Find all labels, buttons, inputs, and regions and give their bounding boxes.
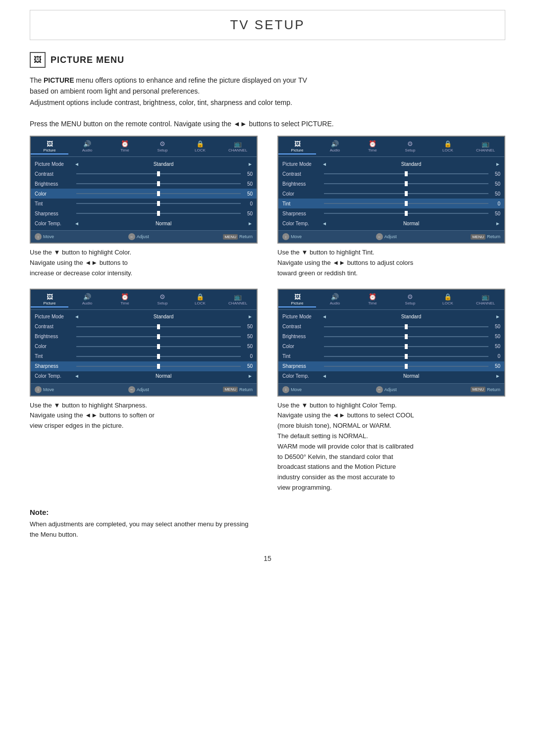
row-tint-1: Tint 0	[31, 199, 257, 208]
adjust-icon-3: ↔	[128, 386, 135, 393]
row-tint-4: Tint 0	[278, 352, 504, 361]
nav-channel-3: 📺 CHANNEL	[219, 292, 257, 307]
row-picture-mode-2: Picture Mode ◄ Standard ►	[278, 159, 504, 169]
top-panels: 🖼 Picture 🔊 Audio ⏰ Time ⚙ Setup 🔒	[30, 136, 505, 278]
row-brightness-2: Brightness 50	[278, 179, 504, 189]
menu-box-2: 🖼 Picture 🔊 Audio ⏰ Time ⚙ Setup 🔒	[277, 136, 505, 244]
nav-picture-2: 🖼 Picture	[278, 139, 316, 154]
footer-move-1: ↕ Move	[35, 233, 54, 240]
footer-adjust-4: ↔ Adjust	[376, 386, 397, 393]
menu-rows-2: Picture Mode ◄ Standard ► Contrast 50 Br…	[278, 157, 504, 230]
menu-rows-1: Picture Mode ◄ Standard ► Contrast 50 Br…	[31, 157, 257, 230]
note-section: Note: When adjustments are completed, yo…	[30, 508, 505, 540]
menu-footer-2: ↕ Move ↔ Adjust MENU Return	[278, 230, 504, 243]
nav-setup-3: ⚙ Setup	[144, 292, 181, 307]
footer-return-1: MENU Return	[223, 233, 253, 240]
nav-setup-4: ⚙ Setup	[391, 292, 429, 307]
row-color-4: Color 50	[278, 342, 504, 352]
nav-channel-2: 📺 CHANNEL	[467, 139, 504, 154]
picture-icon: 🖼	[30, 52, 46, 68]
row-color-2: Color 50	[278, 189, 504, 199]
nav-audio-3: 🔊 Audio	[68, 292, 106, 307]
bottom-panels: 🖼 Picture 🔊 Audio ⏰ Time ⚙ Setup 🔒	[30, 289, 505, 493]
row-contrast-1: Contrast 50	[31, 169, 257, 179]
footer-move-3: ↕ Move	[35, 386, 54, 393]
nav-time-2: ⏰ Time	[354, 139, 391, 154]
menu-nav-4: 🖼 Picture 🔊 Audio ⏰ Time ⚙ Setup 🔒	[278, 290, 504, 310]
nav-lock-2: 🔒 LOCK	[429, 139, 467, 154]
menu-nav-2: 🖼 Picture 🔊 Audio ⏰ Time ⚙ Setup 🔒	[278, 137, 504, 157]
nav-audio-4: 🔊 Audio	[316, 292, 354, 307]
page-number: 15	[30, 554, 505, 562]
move-icon-2: ↕	[282, 233, 289, 240]
menu-footer-4: ↕ Move ↔ Adjust MENU Return	[278, 383, 504, 396]
intro-line2: based on ambient room light and personal…	[30, 87, 200, 95]
nav-setup-1: ⚙ Setup	[144, 139, 181, 154]
row-tint-2: Tint 0	[278, 199, 504, 208]
intro-line1-pre: The	[30, 76, 44, 84]
footer-move-4: ↕ Move	[282, 386, 302, 393]
row-sharpness-3: Sharpness 50	[31, 361, 257, 371]
nav-channel-4: 📺 CHANNEL	[467, 292, 504, 307]
nav-picture-1: 🖼 Picture	[31, 139, 68, 154]
footer-adjust-1: ↔ Adjust	[128, 233, 149, 240]
caption-1: Use the ▼ button to highlight Color. Nav…	[30, 248, 258, 278]
row-picture-mode-4: Picture Mode ◄ Standard ►	[278, 312, 504, 322]
row-colortemp-4: Color Temp. ◄ Normal ►	[278, 371, 504, 381]
row-color-3: Color 50	[31, 342, 257, 352]
footer-return-3: MENU Return	[223, 386, 253, 393]
panel3: 🖼 Picture 🔊 Audio ⏰ Time ⚙ Setup 🔒	[30, 289, 258, 493]
row-colortemp-2: Color Temp. ◄ Normal ►	[278, 218, 504, 228]
footer-adjust-2: ↔ Adjust	[376, 233, 397, 240]
press-instruction: Press the MENU button on the remote cont…	[30, 120, 505, 128]
panel2: 🖼 Picture 🔊 Audio ⏰ Time ⚙ Setup 🔒	[277, 136, 505, 278]
footer-return-2: MENU Return	[471, 233, 500, 240]
row-brightness-1: Brightness 50	[31, 179, 257, 189]
menu-box-4: 🖼 Picture 🔊 Audio ⏰ Time ⚙ Setup 🔒	[277, 289, 505, 397]
nav-time-4: ⏰ Time	[354, 292, 391, 307]
move-icon-4: ↕	[282, 386, 289, 393]
footer-return-4: MENU Return	[471, 386, 500, 393]
move-icon-1: ↕	[35, 233, 42, 240]
row-sharpness-2: Sharpness 50	[278, 208, 504, 218]
nav-lock-1: 🔒 LOCK	[181, 139, 219, 154]
menu-box-3: 🖼 Picture 🔊 Audio ⏰ Time ⚙ Setup 🔒	[30, 289, 258, 397]
intro-text: The PICTURE menu offers options to enhan…	[30, 75, 505, 108]
row-brightness-4: Brightness 50	[278, 332, 504, 342]
nav-time-3: ⏰ Time	[106, 292, 144, 307]
nav-picture-4: 🖼 Picture	[278, 292, 316, 307]
row-sharpness-1: Sharpness 50	[31, 208, 257, 218]
menu-nav-3: 🖼 Picture 🔊 Audio ⏰ Time ⚙ Setup 🔒	[31, 290, 257, 310]
note-title: Note:	[30, 508, 505, 516]
intro-bold: PICTURE	[44, 76, 74, 84]
nav-setup-2: ⚙ Setup	[391, 139, 429, 154]
row-contrast-3: Contrast 50	[31, 322, 257, 332]
row-contrast-2: Contrast 50	[278, 169, 504, 179]
row-contrast-4: Contrast 50	[278, 322, 504, 332]
page-title: TV SETUP	[30, 17, 505, 33]
panel4: 🖼 Picture 🔊 Audio ⏰ Time ⚙ Setup 🔒	[277, 289, 505, 493]
caption-4: Use the ▼ button to highlight Color Temp…	[277, 401, 505, 493]
menu-footer-3: ↕ Move ↔ Adjust MENU Return	[31, 383, 257, 396]
adjust-icon-2: ↔	[376, 233, 383, 240]
section-title: PICTURE MENU	[51, 55, 124, 65]
row-colortemp-1: Color Temp. ◄ Normal ►	[31, 218, 257, 228]
row-color-1: Color 50	[31, 189, 257, 199]
adjust-icon-1: ↔	[128, 233, 135, 240]
nav-lock-4: 🔒 LOCK	[429, 292, 467, 307]
nav-time-1: ⏰ Time	[106, 139, 144, 154]
move-icon-3: ↕	[35, 386, 42, 393]
intro-line1-post: menu offers options to enhance and refin…	[74, 76, 307, 84]
intro-line3: Adjustment options include contrast, bri…	[30, 99, 292, 106]
adjust-icon-4: ↔	[376, 386, 383, 393]
menu-nav-1: 🖼 Picture 🔊 Audio ⏰ Time ⚙ Setup 🔒	[31, 137, 257, 157]
section-header: 🖼 PICTURE MENU	[30, 52, 505, 68]
row-brightness-3: Brightness 50	[31, 332, 257, 342]
menu-box-1: 🖼 Picture 🔊 Audio ⏰ Time ⚙ Setup 🔒	[30, 136, 258, 244]
menu-rows-4: Picture Mode ◄ Standard ► Contrast 50 Br…	[278, 310, 504, 383]
nav-channel-1: 📺 CHANNEL	[219, 139, 257, 154]
caption-3: Use the ▼ button to highlight Sharpness.…	[30, 401, 258, 431]
footer-adjust-3: ↔ Adjust	[128, 386, 149, 393]
footer-move-2: ↕ Move	[282, 233, 302, 240]
menu-rows-3: Picture Mode ◄ Standard ► Contrast 50 Br…	[31, 310, 257, 383]
